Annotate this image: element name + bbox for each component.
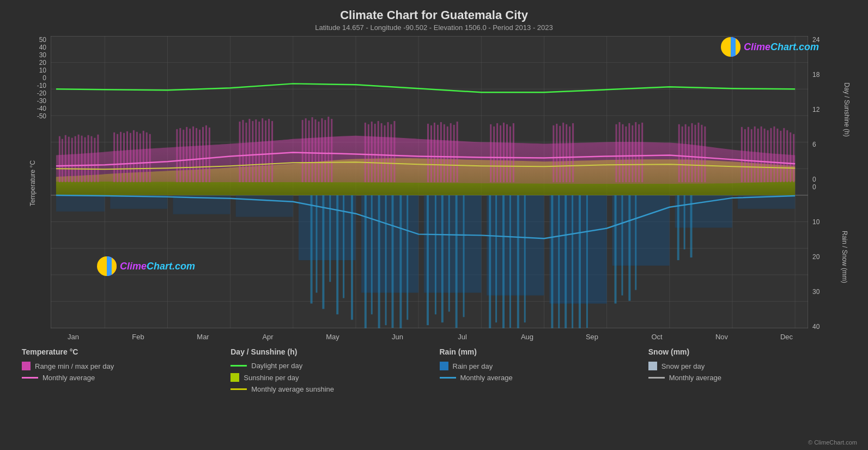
svg-rect-141 — [393, 121, 395, 182]
svg-rect-99 — [149, 134, 151, 182]
svg-rect-174 — [638, 124, 640, 182]
svg-rect-33 — [612, 195, 670, 266]
svg-rect-80 — [75, 136, 76, 182]
x-axis-mar: Mar — [171, 333, 235, 341]
svg-rect-70 — [628, 195, 630, 301]
svg-rect-92 — [126, 131, 128, 182]
svg-rect-51 — [435, 195, 436, 314]
svg-rect-190 — [757, 129, 759, 182]
svg-rect-167 — [616, 124, 617, 182]
x-axis-jan: Jan — [41, 333, 106, 341]
legend-daylight-label: Daylight per day — [251, 362, 302, 370]
legend-rain-box: Rain per day — [440, 362, 648, 370]
svg-rect-129 — [324, 120, 326, 182]
svg-rect-117 — [258, 122, 260, 182]
svg-rect-44 — [371, 195, 373, 314]
legend-sun-title: Day / Sunshine (h) — [230, 347, 439, 356]
legend-snow-avg: Monthly average — [648, 374, 857, 382]
svg-rect-24 — [56, 195, 105, 212]
svg-rect-162 — [559, 126, 561, 182]
svg-rect-109 — [205, 125, 207, 182]
svg-rect-77 — [65, 135, 66, 182]
svg-rect-193 — [767, 130, 769, 182]
x-axis: Jan Feb Mar Apr May Jun Jul Aug Sep Oct … — [41, 333, 819, 341]
svg-rect-114 — [248, 119, 250, 182]
legend-rain-avg-label: Monthly average — [460, 374, 513, 382]
svg-rect-156 — [503, 123, 505, 182]
logo-icon-bottom — [97, 256, 117, 276]
legend-temp-range: Range min / max per day — [22, 362, 230, 370]
chart-subtitle: Latitude 14.657 - Longitude -90.502 - El… — [11, 23, 857, 32]
svg-rect-161 — [556, 124, 557, 182]
legend-sun-daylight: Daylight per day — [230, 362, 439, 370]
svg-rect-124 — [308, 121, 310, 182]
svg-rect-45 — [378, 195, 380, 328]
svg-rect-116 — [255, 119, 257, 182]
svg-rect-37 — [316, 195, 318, 293]
svg-rect-200 — [790, 133, 791, 182]
x-axis-feb: Feb — [106, 333, 171, 341]
svg-rect-115 — [252, 121, 253, 182]
svg-rect-151 — [457, 122, 458, 182]
svg-rect-84 — [88, 135, 89, 182]
svg-rect-81 — [78, 135, 80, 182]
svg-rect-199 — [786, 130, 788, 182]
svg-rect-125 — [312, 117, 313, 182]
svg-rect-171 — [628, 123, 630, 182]
legend-temp-title: Temperature °C — [22, 347, 230, 356]
svg-rect-101 — [179, 128, 181, 182]
svg-rect-168 — [619, 122, 621, 182]
svg-rect-85 — [90, 136, 92, 182]
svg-rect-65 — [572, 195, 573, 328]
svg-rect-177 — [682, 127, 683, 182]
svg-rect-175 — [641, 123, 643, 182]
logo-icon-top — [721, 37, 740, 57]
svg-rect-133 — [368, 124, 369, 182]
svg-rect-113 — [245, 123, 247, 182]
svg-rect-27 — [236, 195, 293, 217]
legend-snow-day-box — [648, 362, 657, 370]
x-axis-nov: Nov — [689, 333, 754, 341]
svg-rect-178 — [685, 124, 687, 182]
svg-rect-137 — [381, 123, 383, 182]
svg-rect-184 — [704, 127, 706, 182]
svg-rect-172 — [632, 125, 633, 182]
svg-rect-63 — [558, 195, 560, 328]
legend-snow-avg-label: Monthly average — [669, 374, 721, 382]
svg-rect-100 — [176, 129, 178, 182]
svg-rect-59 — [509, 195, 511, 328]
svg-rect-132 — [365, 123, 366, 182]
svg-rect-198 — [783, 128, 785, 182]
svg-rect-68 — [615, 195, 617, 304]
svg-rect-53 — [448, 195, 450, 311]
svg-rect-143 — [430, 125, 432, 182]
svg-rect-153 — [493, 127, 495, 182]
svg-rect-149 — [450, 123, 452, 182]
svg-rect-147 — [444, 124, 445, 182]
svg-rect-179 — [688, 127, 690, 182]
y-right-label-day: Day / Sunshine (h) — [842, 82, 850, 136]
legend-snow-day-label: Snow per day — [661, 362, 705, 370]
svg-rect-182 — [697, 123, 699, 182]
svg-rect-73 — [684, 195, 685, 249]
svg-rect-181 — [695, 125, 696, 182]
svg-rect-120 — [268, 119, 270, 182]
svg-rect-82 — [81, 136, 83, 182]
svg-rect-31 — [487, 195, 544, 296]
legend-col-temperature: Temperature °C Range min / max per day M… — [22, 347, 230, 393]
svg-rect-186 — [744, 129, 746, 182]
svg-rect-135 — [374, 124, 376, 182]
svg-rect-123 — [305, 118, 307, 182]
svg-rect-42 — [351, 195, 353, 320]
svg-rect-139 — [387, 122, 389, 182]
x-axis-jun: Jun — [365, 333, 430, 341]
legend-rain-day-box — [440, 362, 448, 370]
legend-area: Temperature °C Range min / max per day M… — [22, 347, 857, 393]
legend-temp-range-label: Range min / max per day — [35, 362, 114, 370]
svg-rect-157 — [506, 124, 508, 182]
svg-rect-93 — [130, 133, 131, 182]
svg-rect-128 — [321, 118, 323, 182]
x-axis-jul: Jul — [430, 333, 495, 341]
svg-rect-122 — [302, 120, 304, 182]
svg-rect-110 — [209, 128, 210, 182]
